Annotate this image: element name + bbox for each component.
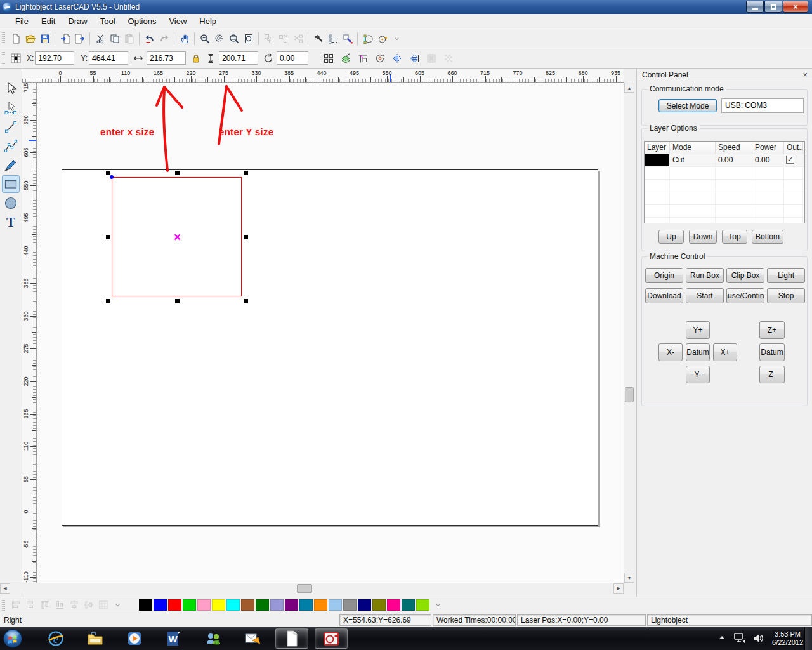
layer-row[interactable]: Cut0.000.00✓ (645, 154, 804, 167)
minimize-button[interactable] (746, 1, 764, 13)
network-icon[interactable] (733, 632, 745, 646)
vertical-scroll-thumb[interactable] (625, 387, 634, 402)
color-swatch[interactable] (285, 599, 298, 611)
node-edit-tool[interactable] (2, 99, 20, 117)
height-input[interactable] (219, 51, 258, 65)
vertical-scrollbar[interactable]: ▲ ▼ (624, 83, 634, 583)
y-position-input[interactable] (89, 51, 128, 65)
machine-stop-button[interactable]: Stop (767, 288, 805, 303)
menu-view[interactable]: View (162, 15, 193, 28)
new-file-icon[interactable] (8, 31, 23, 46)
copy-icon[interactable] (107, 31, 122, 46)
layer-column-header[interactable]: Layer (645, 142, 670, 154)
x-position-input[interactable] (35, 51, 74, 65)
color-swatch[interactable] (343, 599, 357, 611)
rotate-circle-icon[interactable] (375, 31, 390, 46)
rectangle-tool[interactable] (2, 175, 20, 193)
scroll-left-button[interactable]: ◀ (0, 583, 10, 594)
layer-bottom-button[interactable]: Bottom (752, 230, 783, 244)
jog-xy-datum-button[interactable]: Datum (686, 343, 710, 361)
selection-handle[interactable] (244, 235, 248, 239)
undo-icon[interactable] (142, 31, 157, 46)
color-swatch[interactable] (256, 599, 269, 611)
layer-speed-cell[interactable]: 0.00 (716, 154, 752, 166)
machine-clip-box-button[interactable]: Clip Box (726, 268, 764, 283)
more-icon[interactable] (431, 598, 445, 613)
text-tool[interactable]: T (2, 213, 20, 231)
taskbar-ie-icon[interactable]: e (39, 628, 72, 649)
color-swatch[interactable] (154, 599, 167, 611)
taskbar-word-icon[interactable]: W (157, 628, 190, 649)
horizontal-scrollbar[interactable]: ◀ ▶ (0, 583, 624, 594)
maximize-button[interactable] (764, 1, 782, 13)
horizontal-scroll-thumb[interactable] (297, 584, 312, 593)
start-button[interactable] (3, 628, 23, 649)
control-panel-close-icon[interactable]: × (802, 70, 808, 79)
scroll-right-button[interactable]: ▶ (613, 583, 624, 594)
toolbar-grip[interactable] (2, 599, 5, 611)
machine-run-box-button[interactable]: Run Box (686, 268, 724, 283)
layer-mode-cell[interactable]: Cut (670, 154, 716, 166)
toolbar-grip[interactable] (2, 32, 5, 45)
layer-column-header[interactable]: Speed (716, 142, 752, 154)
mirror-vertical-icon[interactable] (390, 51, 404, 65)
line-tool[interactable] (2, 118, 20, 136)
machine-pause-continue-button[interactable]: Pause/Continue (726, 288, 764, 303)
jog-z-datum-button[interactable]: Datum (759, 343, 785, 361)
toolbar-grip[interactable] (2, 52, 5, 65)
selection-handle[interactable] (106, 171, 110, 175)
selection-handle[interactable] (175, 171, 180, 175)
color-swatch[interactable] (358, 599, 371, 611)
color-swatch[interactable] (139, 599, 152, 611)
zoom-out-icon[interactable] (212, 31, 226, 46)
taskbar-messenger-icon[interactable] (197, 628, 230, 649)
menu-options[interactable]: Options (122, 15, 163, 28)
close-button[interactable]: × (783, 1, 808, 13)
selection-handle[interactable] (175, 299, 180, 303)
color-swatch[interactable] (299, 599, 313, 611)
jog-z-minus-button[interactable]: Z- (759, 366, 785, 383)
pan-icon[interactable] (177, 31, 192, 46)
polyline-tool[interactable] (2, 137, 20, 155)
mirror-horizontal-icon[interactable] (407, 51, 421, 65)
menu-draw[interactable]: Draw (62, 15, 93, 28)
array-copy-icon[interactable] (321, 51, 336, 65)
select-tool[interactable] (2, 80, 20, 98)
machine-light-button[interactable]: Light (767, 268, 805, 283)
jog-y-plus-button[interactable]: Y+ (686, 321, 710, 339)
node-circle-icon[interactable] (360, 31, 375, 46)
scroll-down-button[interactable]: ▼ (624, 573, 634, 583)
color-swatch[interactable] (183, 599, 196, 611)
color-swatch[interactable] (329, 599, 342, 611)
cut-icon[interactable] (93, 31, 107, 46)
color-swatch[interactable] (212, 599, 225, 611)
menu-file[interactable]: File (9, 15, 35, 28)
machine-download-button[interactable]: Download (645, 288, 683, 303)
taskbar-media-player-icon[interactable] (118, 628, 151, 649)
selection-handle[interactable] (244, 299, 248, 303)
taskbar-clock[interactable]: 3:53 PM 6/22/2012 (772, 630, 803, 647)
layer-up-button[interactable]: Up (658, 230, 684, 244)
selection-handle[interactable] (106, 235, 110, 239)
machine-start-button[interactable]: Start (686, 288, 724, 303)
jog-y-minus-button[interactable]: Y- (686, 366, 710, 383)
tray-expand-icon[interactable] (717, 633, 726, 644)
menu-edit[interactable]: Edit (35, 15, 62, 28)
drawing-canvas[interactable]: enter x size enter Y size (37, 83, 624, 583)
show-desktop-button[interactable] (804, 627, 812, 650)
pick-move-icon[interactable] (340, 31, 355, 46)
color-swatch[interactable] (402, 599, 415, 611)
zoom-in-icon[interactable] (197, 31, 212, 46)
layer-column-header[interactable]: Power (752, 142, 784, 154)
color-swatch[interactable] (168, 599, 181, 611)
menu-tool[interactable]: Tool (94, 15, 122, 28)
layer-power-cell[interactable]: 0.00 (752, 154, 784, 166)
volume-icon[interactable] (752, 632, 764, 646)
layers-icon[interactable] (338, 51, 353, 65)
jog-z-plus-button[interactable]: Z+ (759, 321, 785, 339)
pen-tool[interactable] (2, 156, 20, 174)
scroll-up-button[interactable]: ▲ (624, 83, 634, 93)
selection-handle[interactable] (106, 299, 110, 303)
layer-color-swatch[interactable] (645, 154, 669, 166)
more-icon[interactable] (110, 598, 125, 613)
